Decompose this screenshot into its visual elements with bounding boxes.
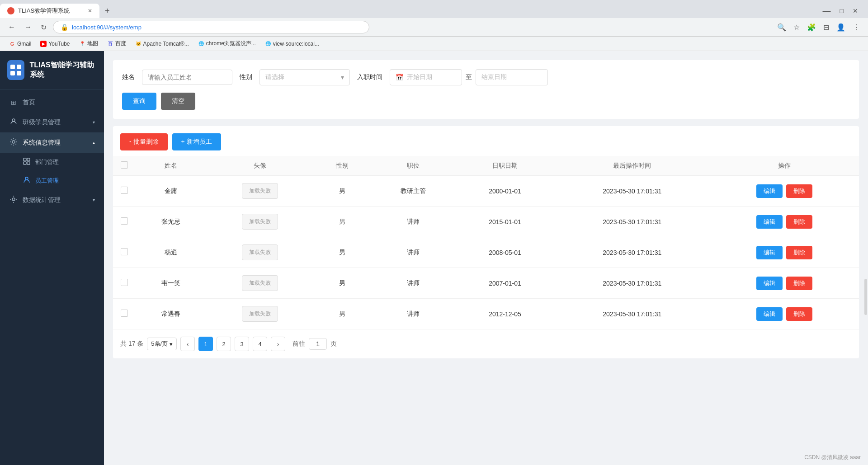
row-checkbox-3[interactable] xyxy=(121,279,128,286)
bookmark-baidu[interactable]: 百 百度 xyxy=(104,38,130,49)
row-hire-date-2: 2008-05-01 xyxy=(455,237,554,268)
sidebar-item-system-info[interactable]: 系统信息管理 ▴ xyxy=(0,132,104,153)
svg-rect-8 xyxy=(24,162,26,164)
delete-btn-3[interactable]: 删除 xyxy=(786,277,812,290)
edit-btn-4[interactable]: 编辑 xyxy=(756,307,783,321)
edit-btn-2[interactable]: 编辑 xyxy=(756,246,783,259)
menu-btn[interactable]: ⋮ xyxy=(850,21,863,33)
scroll-indicator[interactable] xyxy=(864,279,867,315)
tab-favicon xyxy=(7,7,14,14)
filter-section: 姓名 性别 请选择 ▾ 入职时间 📅 开始日期 至 结束 xyxy=(113,60,859,119)
sidebar-item-class-management[interactable]: 班级学员管理 ▾ xyxy=(0,112,104,132)
page-3-btn[interactable]: 3 xyxy=(235,337,249,351)
end-date-input[interactable]: 结束日期 xyxy=(476,69,548,85)
bookmark-maps[interactable]: 📍 地图 xyxy=(75,38,102,49)
prev-page-btn[interactable]: ‹ xyxy=(180,337,195,351)
address-bar-row: ← → ↻ 🔒 localhost:90/#/system/emp 🔍 ☆ 🧩 … xyxy=(0,18,868,37)
header-position: 职位 xyxy=(371,156,455,176)
row-checkbox-cell xyxy=(113,299,136,329)
row-checkbox-4[interactable] xyxy=(121,310,128,317)
edit-btn-0[interactable]: 编辑 xyxy=(756,184,783,198)
refresh-btn[interactable]: ↻ xyxy=(38,21,49,33)
bookmark-tomcat[interactable]: 🐱 Apache Tomcat®... xyxy=(132,39,193,48)
row-last-op-4: 2023-05-30 17:01:31 xyxy=(555,299,710,329)
add-employee-button[interactable]: + 新增员工 xyxy=(172,133,221,150)
bookmark-view-source[interactable]: 🌐 view-source:local... xyxy=(261,39,323,48)
minimize-btn[interactable]: — xyxy=(820,5,834,18)
row-actions-4: 编辑 删除 xyxy=(710,299,859,329)
row-last-op-0: 2023-05-30 17:01:31 xyxy=(555,176,710,207)
row-checkbox-2[interactable] xyxy=(121,248,128,255)
edit-btn-3[interactable]: 编辑 xyxy=(756,277,783,290)
row-hire-date-0: 2000-01-01 xyxy=(455,176,554,207)
avatar-img-2: 加载失败 xyxy=(242,244,278,260)
bookmark-btn[interactable]: ☆ xyxy=(791,21,802,33)
address-bar[interactable]: 🔒 localhost:90/#/system/emp xyxy=(53,21,369,33)
delete-btn-4[interactable]: 删除 xyxy=(786,307,812,321)
svg-rect-6 xyxy=(24,158,26,161)
class-management-label: 班级学员管理 xyxy=(23,118,61,127)
page-size-arrow: ▾ xyxy=(170,341,173,348)
page-size-select[interactable]: 5条/页 ▾ xyxy=(147,338,177,350)
bookmark-youtube[interactable]: ▶ YouTube xyxy=(37,39,73,48)
start-date-input[interactable]: 📅 开始日期 xyxy=(390,69,462,85)
search-btn[interactable]: 🔍 xyxy=(774,21,789,33)
name-filter-input[interactable] xyxy=(142,70,232,85)
sidebar-btn[interactable]: ⊟ xyxy=(821,21,832,33)
row-hire-date-4: 2012-12-05 xyxy=(455,299,554,329)
extensions-btn[interactable]: 🧩 xyxy=(804,21,819,33)
next-page-btn[interactable]: › xyxy=(271,337,285,351)
select-all-checkbox[interactable] xyxy=(121,161,128,169)
tab-bar: TLIAS教学管理系统 ✕ + — □ ✕ xyxy=(0,0,868,18)
start-date-placeholder: 开始日期 xyxy=(407,73,432,81)
clear-button[interactable]: 清空 xyxy=(161,93,195,110)
sidebar-item-data-stats[interactable]: 数据统计管理 ▾ xyxy=(0,190,104,210)
bookmark-chrome-sound[interactable]: 🌐 chrome浏览器没声... xyxy=(194,38,259,49)
row-position-3: 讲师 xyxy=(371,268,455,299)
bookmark-gmail[interactable]: G Gmail xyxy=(5,39,35,48)
page-unit-label: 页 xyxy=(330,340,337,348)
batch-delete-button[interactable]: - 批量删除 xyxy=(120,133,168,150)
sidebar-item-home[interactable]: ⊞ 首页 xyxy=(0,93,104,112)
active-tab[interactable]: TLIAS教学管理系统 ✕ xyxy=(0,4,99,18)
page-goto: 前往 页 xyxy=(292,338,337,350)
row-position-4: 讲师 xyxy=(371,299,455,329)
sidebar-logo: TLIAS智能学习辅助系统 xyxy=(0,51,104,89)
profile-btn[interactable]: 👤 xyxy=(834,21,848,33)
data-stats-label: 数据统计管理 xyxy=(23,196,61,204)
employee-management-label: 员工管理 xyxy=(35,177,59,185)
watermark: CSDN @清风微凌 aaar xyxy=(804,454,861,461)
goto-input[interactable] xyxy=(309,338,327,350)
back-btn[interactable]: ← xyxy=(5,21,18,33)
tab-close-btn[interactable]: ✕ xyxy=(88,8,92,14)
forward-btn[interactable]: → xyxy=(22,21,34,33)
table-header-row: 姓名 头像 性别 职位 日职日期 最后操作时间 操作 xyxy=(113,156,859,176)
svg-point-11 xyxy=(12,198,15,201)
data-icon xyxy=(9,195,18,205)
delete-btn-2[interactable]: 删除 xyxy=(786,246,812,259)
query-button[interactable]: 查询 xyxy=(122,93,156,110)
sidebar-item-dept-management[interactable]: 部门管理 xyxy=(0,153,104,171)
edit-btn-1[interactable]: 编辑 xyxy=(756,215,783,229)
maps-icon: 📍 xyxy=(79,41,85,47)
row-checkbox-0[interactable] xyxy=(121,187,128,194)
row-checkbox-1[interactable] xyxy=(121,217,128,225)
row-checkbox-cell xyxy=(113,176,136,207)
new-tab-btn[interactable]: + xyxy=(99,6,115,16)
page-total: 共 17 条 xyxy=(120,340,143,348)
gender-filter-select[interactable]: 请选择 ▾ xyxy=(259,69,350,85)
row-last-op-3: 2023-05-30 17:01:31 xyxy=(555,268,710,299)
page-2-btn[interactable]: 2 xyxy=(217,337,231,351)
delete-btn-1[interactable]: 删除 xyxy=(786,215,812,229)
page-4-btn[interactable]: 4 xyxy=(253,337,267,351)
header-last-op: 最后操作时间 xyxy=(555,156,710,176)
row-position-2: 讲师 xyxy=(371,237,455,268)
page-1-btn[interactable]: 1 xyxy=(198,337,213,351)
close-btn[interactable]: ✕ xyxy=(850,5,861,16)
maximize-btn[interactable]: □ xyxy=(837,5,846,16)
svg-point-5 xyxy=(12,141,15,143)
employee-table: 姓名 头像 性别 职位 日职日期 最后操作时间 操作 金庸 加载失败 xyxy=(113,156,859,329)
sidebar-item-employee-management[interactable]: 员工管理 xyxy=(0,171,104,190)
end-date-placeholder: 结束日期 xyxy=(481,73,507,81)
delete-btn-0[interactable]: 删除 xyxy=(786,184,812,198)
